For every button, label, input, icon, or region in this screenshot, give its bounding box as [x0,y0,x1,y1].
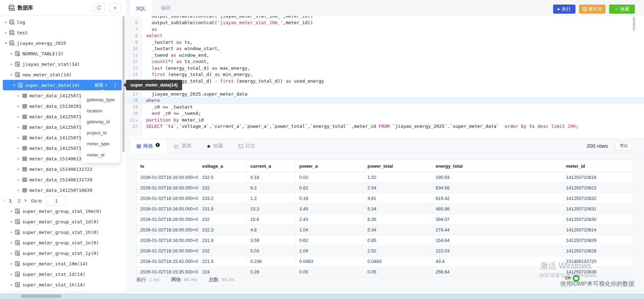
column-header-current_a[interactable]: current_a [247,160,296,172]
tag-dropdown-button[interactable]: 标签 [94,82,103,88]
table-cell[interactable]: 233.2 [199,193,247,204]
table-cell[interactable]: 1.02 [364,172,432,183]
table-cell[interactable]: 151406132720 [563,256,633,267]
column-header-energy_total[interactable]: energy_total [432,160,563,172]
column-header-ts[interactable]: ts [137,160,199,172]
table-cell[interactable]: 154.64 [432,235,563,246]
caret-right-icon[interactable]: ▶ [3,31,8,34]
tree-item[interactable]: ▶Ssuper_meter_group_stat_1d(0) [0,216,126,227]
caret-right-icon[interactable]: ▶ [16,115,21,118]
caret-right-icon[interactable]: ▶ [16,178,21,181]
table-row[interactable]: 2026-01-02T16:16:00.000+08:00231.915.33.… [137,204,633,214]
table-row[interactable]: 2026-01-02T16:16:00.000+08:002325.031.09… [137,246,633,256]
table-cell[interactable]: 2026-01-02T16:16:00.000+08:00 [137,235,199,246]
table-cell[interactable]: 224 [199,267,247,277]
table-cell[interactable]: 141250710816 [563,172,633,183]
table-cell[interactable]: 834.56 [432,183,563,193]
menu-item-meter_type[interactable]: meter_type [81,138,120,150]
table-row[interactable]: 2026-01-02T16:15:42.000+08:00221.50.2360… [137,256,633,267]
caret-right-icon[interactable]: ▶ [9,241,14,244]
tree-item[interactable]: ▶Ssuper_meter_stat_1d(14) [0,269,126,279]
table-cell[interactable]: 485.86 [432,204,563,214]
table-cell[interactable]: 2026-01-02T16:16:00.000+08:00 [137,246,199,256]
table-cell[interactable]: 232.3 [199,225,247,235]
table-cell[interactable]: 0.18 [247,172,296,183]
editor-tab-sql[interactable]: SQL [129,0,153,16]
fold-caret-icon[interactable]: ∨ [136,119,138,122]
tree-item[interactable]: ▼Ssuper_meter_data(14)标签∨⋮ [3,80,122,90]
table-cell[interactable]: 2026-01-02T16:15:35.933+08:00 [137,267,199,277]
info-icon[interactable]: i [156,143,160,147]
tree-item[interactable]: ▶SNORMAL_TABLE(3) [0,48,126,59]
caret-right-icon[interactable]: ▶ [16,105,21,108]
format-button[interactable]: 格式化 [579,5,606,14]
tree-item[interactable]: ▶Ssuper_meter_group_stat_1h(0) [0,227,126,237]
table-row[interactable]: 2026-01-02T16:16:00.000+08:00232.50.180.… [137,172,633,183]
table-cell[interactable]: 256.64 [432,267,563,277]
table-cell[interactable]: 274.44 [432,225,563,235]
more-options-icon[interactable]: ⋮ [113,83,117,88]
editor-scrollbar-thumb[interactable] [633,17,635,31]
page-button-1[interactable]: 1 [9,198,12,203]
table-cell[interactable]: 1.2 [247,193,296,204]
table-cell[interactable]: 2026-01-02T16:16:00.000+08:00 [137,204,199,214]
table-cell[interactable]: 231.9 [199,204,247,214]
execute-button[interactable]: ▶执行 [553,5,575,14]
caret-down-icon[interactable]: ▼ [12,84,17,87]
caret-right-icon[interactable]: ▶ [16,126,21,129]
table-cell[interactable]: 0.82 [296,183,364,193]
caret-right-icon[interactable]: ▶ [9,52,14,55]
prev-page-button[interactable]: < [3,198,6,203]
tab-favorites[interactable]: ★收藏 [199,139,231,153]
caret-right-icon[interactable]: ▶ [16,157,21,160]
caret-right-icon[interactable]: ▶ [16,147,21,150]
table-row[interactable]: 2026-01-02T16:16:00.000+08:0023215.62.43… [137,214,633,225]
table-cell[interactable]: 0.62 [296,235,364,246]
table-cell[interactable]: 1.09 [296,246,364,256]
table-cell[interactable]: 222.03 [432,246,563,256]
caret-right-icon[interactable]: ▶ [16,136,21,139]
caret-right-icon[interactable]: ▶ [3,21,8,24]
menu-item-location[interactable]: location [81,105,120,117]
horizontal-scrollbar-thumb[interactable] [21,294,61,298]
table-cell[interactable]: 5.03 [247,246,296,256]
table-cell[interactable]: 5.34 [364,204,432,214]
table-cell[interactable]: 0.05 [364,267,432,277]
tree-item[interactable]: ▶meter_data_151406132720 [0,174,126,185]
tab-log[interactable]: 日志 [231,139,262,153]
table-cell[interactable]: 8.35 [364,214,432,225]
caret-right-icon[interactable]: ▶ [9,73,14,76]
editor-tab-edit[interactable]: 编辑 [153,0,178,16]
caret-right-icon[interactable]: ▶ [9,220,14,223]
table-row[interactable]: 2026-01-02T16:16:00.000+08:00231.83.590.… [137,235,633,246]
table-cell[interactable]: 0.0483 [296,256,364,267]
table-row[interactable]: 2026-01-02T16:16:00.000+08:00232.34.81.0… [137,225,633,235]
favorite-button[interactable]: ☆收藏 [609,5,635,14]
table-cell[interactable]: 15.6 [247,214,296,225]
table-cell[interactable]: 2.52 [364,246,432,256]
table-cell[interactable]: 394.07 [432,214,563,225]
table-cell[interactable]: 190.93 [432,172,563,183]
caret-right-icon[interactable]: ▶ [16,189,21,192]
table-cell[interactable]: 0.05 [296,267,364,277]
caret-right-icon[interactable]: ▶ [9,252,14,255]
menu-item-gateway_type[interactable]: gateway_type [81,94,120,105]
caret-right-icon[interactable]: ▶ [9,210,14,213]
table-cell[interactable]: 15.3 [247,204,296,214]
caret-right-icon[interactable]: ▶ [9,231,14,234]
table-cell[interactable]: 0.0483 [364,256,432,267]
table-cell[interactable]: 619.42 [432,193,563,204]
table-cell[interactable]: 2026-01-02T16:16:00.000+08:00 [137,214,199,225]
tree-item[interactable]: ▶Snew_meter_stat(14) [0,69,126,80]
tree-item[interactable]: ▶meter_data_141250710839 [0,185,126,195]
table-cell[interactable]: 3.59 [247,235,296,246]
caret-right-icon[interactable]: ▶ [16,168,21,171]
table-cell[interactable]: 2.43 [296,214,364,225]
tree-item[interactable]: ▶Ssuper_meter_stat_10m(14) [0,258,126,269]
table-cell[interactable]: 221.5 [199,256,247,267]
tree-item[interactable]: ▶Ssuper_meter_group_stat_1n(0) [0,237,126,248]
table-cell[interactable]: 232.5 [199,172,247,183]
table-cell[interactable]: 231.8 [199,235,247,246]
caret-right-icon[interactable]: ▶ [9,273,14,276]
table-cell[interactable]: 141250710829 [563,235,633,246]
